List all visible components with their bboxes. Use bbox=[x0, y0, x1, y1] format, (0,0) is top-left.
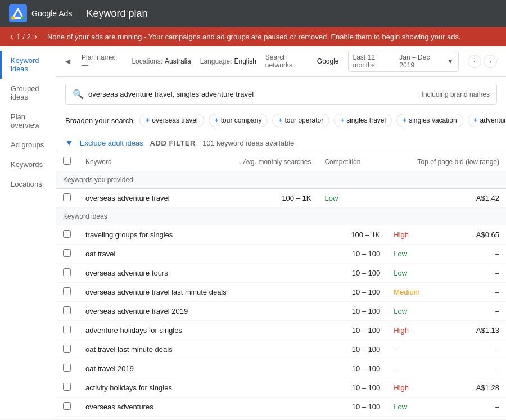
broaden-chip-label-4: singles vacation bbox=[409, 116, 457, 124]
plan-name-text: Plan name: — bbox=[82, 53, 123, 69]
bid-cell: – bbox=[449, 359, 506, 378]
sidebar-item-keywords[interactable]: Keywords bbox=[0, 155, 56, 174]
next-arrow-button[interactable]: › bbox=[484, 55, 497, 68]
language-value: English bbox=[234, 57, 256, 65]
sidebar-item-grouped-ideas[interactable]: Grouped ideas bbox=[0, 79, 56, 107]
sidebar-item-ad-groups[interactable]: Ad groups bbox=[0, 135, 56, 155]
competition-cell: Medium bbox=[387, 283, 449, 302]
broaden-chip-tour-company[interactable]: + tour company bbox=[209, 114, 268, 127]
search-network-value: Google bbox=[317, 57, 339, 65]
alert-next-button[interactable]: › bbox=[33, 31, 38, 42]
plan-header: ◀ Plan name: — Locations: Australia Lang… bbox=[56, 46, 506, 77]
th-avg-monthly-searches[interactable]: ↓ Avg. monthly searches bbox=[206, 152, 318, 171]
plus-icon-2: + bbox=[278, 116, 282, 124]
collapse-button[interactable]: ◀ bbox=[65, 57, 70, 65]
plus-icon-0: + bbox=[146, 116, 150, 124]
searches-cell: 10 – 100 bbox=[320, 359, 387, 378]
searches-cell: 10 – 100 bbox=[320, 283, 387, 302]
row-checkbox-cell bbox=[56, 283, 79, 302]
th-keyword[interactable]: Keyword bbox=[79, 152, 206, 171]
broaden-chip-tour-operator[interactable]: + tour operator bbox=[272, 114, 329, 127]
row-checkbox-cell bbox=[56, 340, 79, 359]
th-top-bid-low[interactable]: Top of page bid (low range) bbox=[382, 152, 506, 171]
location-item: Locations: Australia bbox=[132, 57, 191, 65]
th-competition[interactable]: Competition bbox=[318, 152, 382, 171]
row-checkbox-0[interactable] bbox=[63, 230, 71, 238]
svg-rect-0 bbox=[9, 4, 27, 22]
broaden-chip-label-2: tour operator bbox=[284, 116, 323, 124]
broaden-search: Broaden your search: + overseas travel +… bbox=[56, 111, 506, 134]
prev-arrow-button[interactable]: ‹ bbox=[468, 55, 481, 68]
row-checkbox-6[interactable] bbox=[63, 345, 71, 353]
select-all-checkbox[interactable] bbox=[63, 157, 71, 165]
bid-cell: – bbox=[449, 302, 506, 321]
row-checkbox-cell bbox=[56, 417, 79, 419]
row-checkbox-5[interactable] bbox=[63, 326, 71, 333]
plus-icon-1: + bbox=[215, 116, 219, 124]
plan-name-item: Plan name: — bbox=[82, 53, 123, 69]
search-input[interactable] bbox=[88, 90, 417, 98]
row-checkbox-1[interactable] bbox=[63, 249, 71, 257]
table-row: overseas adventure tours 10 – 100 Low – bbox=[56, 264, 506, 283]
row-checkbox-3[interactable] bbox=[63, 287, 71, 295]
row-checkbox-4[interactable] bbox=[63, 306, 71, 314]
searches-cell: 10 – 100 bbox=[320, 264, 387, 283]
search-network-label: Search networks: bbox=[265, 53, 315, 69]
search-bar: 🔍 Including brand names bbox=[65, 84, 497, 105]
broaden-chip-singles-vacation[interactable]: + singles vacation bbox=[396, 114, 463, 127]
row-checkbox-cell bbox=[56, 378, 79, 398]
main-layout: Keyword ideas Grouped ideas Plan overvie… bbox=[0, 46, 506, 419]
bid-cell: A$1.28 bbox=[449, 378, 506, 398]
table-row: oat travel 2019 10 – 100 – – bbox=[56, 359, 506, 378]
filter-bar: ▼ Exclude adult ideas ADD FILTER 101 key… bbox=[56, 134, 506, 152]
top-bar-divider bbox=[79, 6, 79, 21]
broaden-chip-adventure-travel[interactable]: + adventure travel bbox=[468, 114, 506, 127]
competition-cell: – bbox=[387, 340, 449, 359]
bid-cell: A$1.42 bbox=[382, 189, 506, 208]
add-filter-button[interactable]: ADD FILTER bbox=[150, 139, 196, 147]
row-checkbox-7[interactable] bbox=[63, 364, 71, 372]
row-checkbox-cell bbox=[56, 264, 79, 283]
sidebar-item-plan-overview[interactable]: Plan overview bbox=[0, 107, 56, 135]
broaden-label: Broaden your search: bbox=[65, 116, 135, 125]
sidebar-item-locations[interactable]: Locations bbox=[0, 174, 56, 194]
content-area: ◀ Plan name: — Locations: Australia Lang… bbox=[56, 46, 506, 419]
exclude-adult-link[interactable]: Exclude adult ideas bbox=[80, 139, 143, 147]
broaden-chip-singles-travel[interactable]: + singles travel bbox=[334, 114, 392, 127]
row-checkbox-2[interactable] bbox=[63, 268, 71, 276]
competition-cell: Low bbox=[387, 398, 449, 417]
sidebar-item-keyword-ideas[interactable]: Keyword ideas bbox=[0, 51, 56, 79]
searches-cell: 100 – 1K bbox=[206, 189, 318, 208]
keyword-cell: oat travel 2019 bbox=[79, 359, 320, 378]
competition-cell: High bbox=[387, 321, 449, 340]
brand-names-toggle[interactable]: Including brand names bbox=[422, 91, 490, 98]
svg-point-2 bbox=[11, 16, 15, 20]
searches-cell: 10 – 100 bbox=[320, 245, 387, 264]
row-checkbox[interactable] bbox=[63, 193, 71, 201]
sidebar: Keyword ideas Grouped ideas Plan overvie… bbox=[0, 46, 56, 419]
plus-icon-5: + bbox=[474, 116, 478, 124]
alert-nav-text: 1 / 2 bbox=[16, 33, 30, 41]
section-header-provided: Keywords you provided bbox=[56, 171, 506, 189]
row-checkbox-9[interactable] bbox=[63, 402, 71, 410]
row-checkbox-8[interactable] bbox=[63, 383, 71, 391]
table-row: adventure holidays for singles 10 – 100 … bbox=[56, 321, 506, 340]
language-item: Language: English bbox=[200, 57, 256, 65]
table-row: overseas adventures 10 – 100 Low – bbox=[56, 398, 506, 417]
alert-prev-button[interactable]: ‹ bbox=[9, 31, 14, 42]
table-row: overseas adventure travel last minute de… bbox=[56, 283, 506, 302]
searches-cell: 10 – 100 bbox=[320, 378, 387, 398]
logo-area: Google Ads bbox=[9, 4, 72, 22]
alert-bar: ‹ 1 / 2 › None of your ads are running -… bbox=[0, 27, 506, 46]
broaden-chip-overseas-travel[interactable]: + overseas travel bbox=[139, 114, 204, 127]
alert-nav: ‹ 1 / 2 › bbox=[9, 31, 38, 42]
search-icon: 🔍 bbox=[73, 89, 84, 100]
searches-cell: 100 – 1K bbox=[320, 225, 387, 245]
bid-cell: A$0.65 bbox=[449, 225, 506, 245]
searches-cell: 10 – 100 bbox=[320, 340, 387, 359]
date-range-selector[interactable]: Last 12 months Jan – Dec 2019 ▼ bbox=[348, 51, 459, 72]
keyword-cell: overseas adventure travel last minute de… bbox=[79, 283, 320, 302]
broaden-chip-label-5: adventure travel bbox=[480, 116, 506, 124]
page-title: Keyword plan bbox=[86, 8, 147, 20]
table-row: traveling groups for singles 100 – 1K Hi… bbox=[56, 225, 506, 245]
